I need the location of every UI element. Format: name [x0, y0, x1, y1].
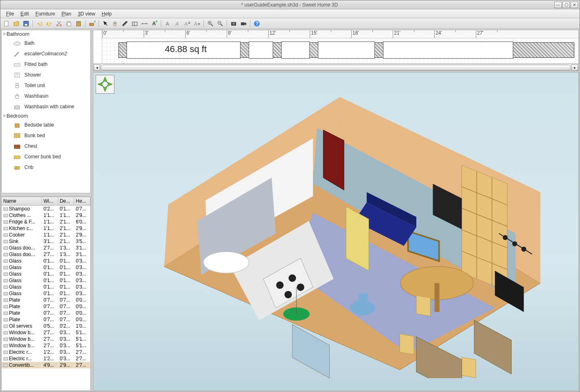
table-header[interactable]: He... [74, 197, 90, 205]
table-row[interactable]: Convertib...4'9...2'9...2'7... [2, 362, 90, 368]
new-button[interactable] [2, 19, 11, 28]
window-title: * userGuideExample.sh3d - Sweet Home 3D [25, 2, 554, 8]
zoom-in-button[interactable] [206, 19, 215, 28]
svg-rect-59 [4, 247, 8, 250]
table-cell: 0'2... [42, 206, 58, 212]
catalog-group-bedroom[interactable]: Bedroom [2, 112, 90, 120]
table-cell: 1'1... [42, 226, 58, 231]
create-dimensions-button[interactable] [140, 19, 149, 28]
catalog-item[interactable]: Washbasin [2, 91, 90, 101]
menu-plan[interactable]: Plan [59, 10, 74, 18]
table-header[interactable]: Name [2, 197, 42, 205]
furniture-row-icon [3, 337, 8, 342]
table-row[interactable]: Electric r...1'2...0'3...2'7... [2, 349, 90, 355]
table-cell-name: Glass doo... [9, 252, 35, 257]
create-text-button[interactable]: A+ [150, 19, 159, 28]
table-row[interactable]: Plate0'7...0'7...0'0... [2, 310, 90, 316]
text-bold-button[interactable]: A [163, 19, 172, 28]
table-row[interactable]: Plate0'7...0'7...0'0... [2, 297, 90, 303]
text-decrease-button[interactable]: A▾ [193, 19, 201, 28]
svg-point-119 [297, 283, 304, 291]
copy-button[interactable] [64, 19, 73, 28]
table-cell: 0'1... [42, 278, 58, 283]
catalog-item[interactable]: Fitted bath [2, 59, 90, 70]
maximize-button[interactable]: ▢ [562, 2, 570, 8]
minimize-button[interactable]: — [554, 2, 562, 8]
table-cell: 1'2... [42, 356, 58, 361]
help-button[interactable]: ? [252, 19, 261, 28]
add-furniture-button[interactable]: + [88, 19, 96, 28]
table-row[interactable]: Shampoo0'2...0'1...0'7... [2, 206, 90, 212]
photo-button[interactable] [229, 19, 238, 28]
text-italic-button[interactable]: A [173, 19, 182, 28]
close-button[interactable]: ✕ [571, 2, 578, 8]
catalog-item[interactable]: escalierColimacon2 [2, 48, 90, 59]
svg-rect-8 [77, 21, 80, 22]
scroll-left-button[interactable]: ◂ [94, 64, 100, 71]
catalog-item[interactable]: Bedside table [2, 120, 90, 130]
menu-file[interactable]: File [4, 10, 16, 18]
select-button[interactable] [101, 19, 110, 28]
table-row[interactable]: Glass0'1...0'1...0'3... [2, 264, 90, 271]
table-row[interactable]: Fridge & F...1'1...2'1...6'0... [2, 219, 90, 225]
redo-button[interactable] [45, 19, 54, 28]
table-row[interactable]: Kitchen c...1'1...2'1...2'9... [2, 225, 90, 232]
table-row[interactable]: Glass0'1...0'1...0'3... [2, 258, 90, 264]
undo-button[interactable] [35, 19, 44, 28]
zoom-out-button[interactable] [216, 19, 225, 28]
text-increase-button[interactable]: A▴ [183, 19, 192, 28]
catalog-item[interactable]: Washbasin with cabine [2, 101, 90, 112]
toolbar-separator [85, 20, 85, 27]
create-rooms-button[interactable] [130, 19, 139, 28]
table-row[interactable]: Window b...2'7...0'3...5'1... [2, 336, 90, 342]
table-row[interactable]: Glass0'1...0'1...0'3... [2, 271, 90, 277]
menu-3d-view[interactable]: 3D view [75, 10, 98, 18]
3d-view[interactable] [93, 72, 579, 391]
table-cell-name: Glass [9, 265, 22, 270]
compass-icon[interactable] [96, 75, 114, 94]
open-button[interactable] [12, 19, 21, 28]
svg-point-34 [14, 42, 20, 45]
save-button[interactable] [22, 19, 31, 28]
plan-horizontal-scrollbar[interactable]: ◂ ▸ [93, 64, 578, 71]
table-row[interactable]: Glass0'1...0'1...0'3... [2, 277, 90, 284]
video-button[interactable] [239, 19, 248, 28]
table-header[interactable]: Wi... [42, 197, 58, 205]
table-row[interactable]: Plate0'7...0'7...0'0... [2, 303, 90, 310]
menu-help[interactable]: Help [99, 10, 114, 18]
menu-edit[interactable]: Edit [18, 10, 31, 18]
table-row[interactable]: Glass0'1...0'1...0'3... [2, 290, 90, 297]
catalog-item[interactable]: Corner bunk bed [2, 151, 90, 162]
table-row[interactable]: Sink3'1...2'1...3'5... [2, 238, 90, 245]
create-walls-button[interactable] [120, 19, 129, 28]
catalog-item[interactable]: Bunk bed [2, 130, 90, 141]
table-row[interactable]: Electric r...1'2...0'3...2'7... [2, 355, 90, 362]
table-row[interactable]: Glass doo...2'7...1'3...3'1... [2, 245, 90, 251]
catalog-item[interactable]: Bath [2, 38, 90, 48]
scroll-thumb[interactable] [101, 65, 571, 70]
table-row[interactable]: Window b...2'7...0'3...5'1... [2, 329, 90, 336]
svg-rect-58 [4, 240, 8, 243]
table-row[interactable]: Oil servers0'5...0'2...1'0... [2, 323, 90, 329]
table-row[interactable]: Cooker1'1...2'1...2'9... [2, 232, 90, 238]
catalog-item[interactable]: Crib [2, 162, 90, 173]
menu-furniture[interactable]: Furniture [33, 10, 57, 18]
catalog-item[interactable]: Chest [2, 141, 90, 151]
plan-view[interactable]: 0'3'6'9'12'15'18'21'24'27' 46.88 sq ft ◂ [93, 30, 579, 71]
table-header[interactable]: De... [58, 197, 74, 205]
svg-rect-55 [4, 221, 8, 223]
table-row[interactable]: Glass0'1...0'1...0'3... [2, 284, 90, 290]
catalog-item[interactable]: Toilet unit [2, 80, 90, 91]
table-row[interactable]: Clothes ...1'1...1'1...2'9... [2, 212, 90, 219]
table-row[interactable]: Window b...2'7...0'3...5'1... [2, 342, 90, 349]
table-cell: 2'1... [58, 232, 74, 238]
catalog-item[interactable]: Shower [2, 70, 90, 80]
ruler-mark: 9' [227, 30, 268, 38]
pan-button[interactable] [111, 19, 120, 28]
scroll-right-button[interactable]: ▸ [571, 64, 578, 71]
cut-button[interactable] [55, 19, 63, 28]
catalog-group-bathroom[interactable]: Bathroom [2, 30, 90, 38]
paste-button[interactable] [74, 19, 83, 28]
table-row[interactable]: Plate0'7...0'7...0'0... [2, 316, 90, 323]
table-row[interactable]: Glass doo...2'7...1'3...3'1... [2, 251, 90, 258]
